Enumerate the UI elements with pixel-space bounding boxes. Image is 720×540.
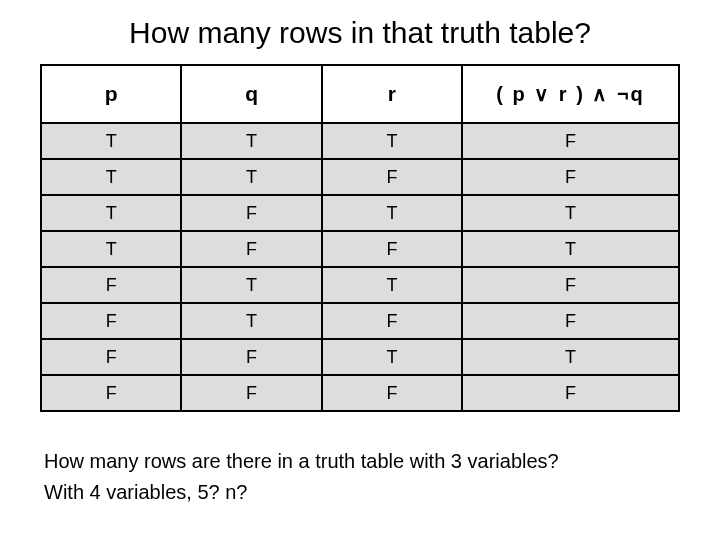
cell: T <box>41 231 181 267</box>
col-header-expression: ( p ∨ r ) ∧ ¬q <box>462 65 679 123</box>
truth-table-container: p q r ( p ∨ r ) ∧ ¬q T T T F T T F F <box>40 64 680 412</box>
footer-text: How many rows are there in a truth table… <box>44 446 676 508</box>
cell: T <box>41 195 181 231</box>
cell: T <box>181 267 321 303</box>
cell: T <box>462 231 679 267</box>
cell: F <box>41 267 181 303</box>
table-header-row: p q r ( p ∨ r ) ∧ ¬q <box>41 65 679 123</box>
cell: T <box>462 195 679 231</box>
col-header-p: p <box>41 65 181 123</box>
cell: F <box>181 195 321 231</box>
table-row: F T T F <box>41 267 679 303</box>
cell: T <box>41 159 181 195</box>
col-header-r: r <box>322 65 462 123</box>
cell: T <box>322 195 462 231</box>
cell: F <box>462 375 679 411</box>
truth-table: p q r ( p ∨ r ) ∧ ¬q T T T F T T F F <box>40 64 680 412</box>
cell: T <box>462 339 679 375</box>
table-row: F T F F <box>41 303 679 339</box>
slide: How many rows in that truth table? p q r… <box>0 0 720 540</box>
cell: F <box>322 375 462 411</box>
cell: F <box>41 375 181 411</box>
cell: F <box>41 339 181 375</box>
cell: F <box>462 159 679 195</box>
cell: T <box>181 123 321 159</box>
table-row: T T T F <box>41 123 679 159</box>
cell: T <box>322 339 462 375</box>
table-row: T T F F <box>41 159 679 195</box>
page-title: How many rows in that truth table? <box>0 0 720 64</box>
cell: T <box>181 303 321 339</box>
cell: T <box>322 123 462 159</box>
cell: F <box>181 375 321 411</box>
table-row: F F F F <box>41 375 679 411</box>
col-header-q: q <box>181 65 321 123</box>
cell: F <box>181 231 321 267</box>
cell: F <box>322 159 462 195</box>
table-row: F F T T <box>41 339 679 375</box>
cell: F <box>181 339 321 375</box>
cell: T <box>322 267 462 303</box>
table-row: T F T T <box>41 195 679 231</box>
table-row: T F F T <box>41 231 679 267</box>
footer-line-2: With 4 variables, 5? n? <box>44 477 676 508</box>
cell: T <box>181 159 321 195</box>
table-body: T T T F T T F F T F T T T <box>41 123 679 411</box>
cell: F <box>322 303 462 339</box>
footer-line-1: How many rows are there in a truth table… <box>44 446 676 477</box>
cell: F <box>462 303 679 339</box>
cell: T <box>41 123 181 159</box>
cell: F <box>41 303 181 339</box>
cell: F <box>462 267 679 303</box>
cell: F <box>462 123 679 159</box>
cell: F <box>322 231 462 267</box>
